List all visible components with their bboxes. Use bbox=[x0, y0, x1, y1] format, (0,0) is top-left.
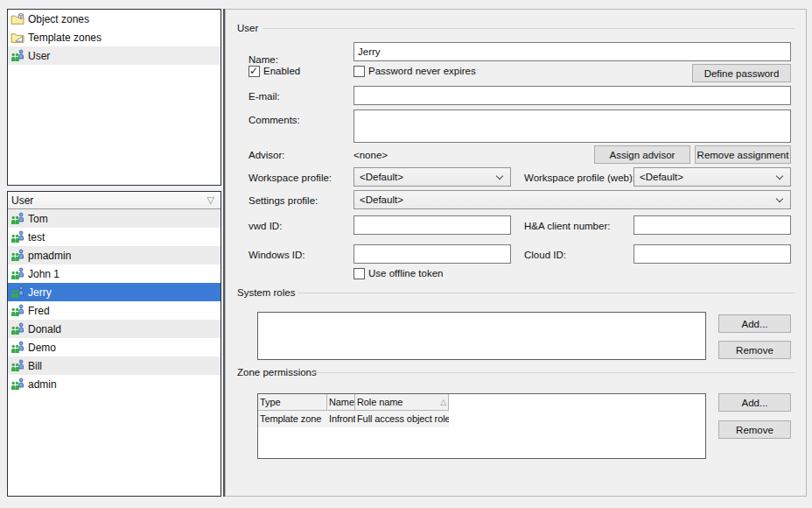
sort-desc-icon: ▽ bbox=[207, 194, 214, 206]
tree-item-label: User bbox=[28, 50, 50, 62]
users-icon bbox=[10, 49, 24, 63]
user-list-item[interactable]: Donald bbox=[8, 320, 220, 338]
user-list-item[interactable]: test bbox=[8, 228, 220, 246]
users-icon bbox=[10, 230, 24, 244]
system-roles-add-button[interactable]: Add... bbox=[718, 314, 791, 333]
user-list-item[interactable]: Demo bbox=[8, 338, 220, 356]
use-offline-token-label: Use offline token bbox=[368, 268, 443, 279]
cell-name: Infront bbox=[327, 411, 355, 427]
user-list-rows: Tom test pmadmin John 1 Jerry Fred bbox=[8, 209, 220, 393]
comments-textarea[interactable] bbox=[354, 109, 791, 143]
user-name: admin bbox=[28, 378, 57, 391]
settings-profile-label: Settings profile: bbox=[248, 195, 318, 206]
users-icon bbox=[10, 267, 24, 281]
zones-tree-panel: Object zones Template zones User bbox=[7, 9, 221, 186]
email-label: E-mail: bbox=[248, 91, 280, 102]
folder-template-icon bbox=[10, 31, 24, 45]
zone-permission-row[interactable]: Template zone Infront Full access object… bbox=[258, 411, 449, 427]
windows-id-input[interactable] bbox=[354, 244, 511, 264]
group-divider bbox=[262, 28, 795, 29]
tree-item-template-zones[interactable]: Template zones bbox=[8, 28, 220, 46]
user-name: test bbox=[28, 231, 45, 243]
cloud-id-input[interactable] bbox=[634, 244, 791, 264]
tree-item-object-zones[interactable]: Object zones bbox=[8, 10, 220, 28]
vwd-id-input[interactable] bbox=[354, 215, 511, 235]
use-offline-token-checkbox[interactable] bbox=[354, 268, 365, 279]
tree-item-label: Object zones bbox=[28, 13, 89, 25]
advisor-value: <none> bbox=[354, 150, 388, 160]
workspace-profile-value: <Default> bbox=[360, 172, 403, 182]
user-name: pmadmin bbox=[28, 250, 71, 262]
password-never-expires-checkbox[interactable] bbox=[354, 66, 365, 77]
group-title-user: User bbox=[237, 23, 258, 33]
ha-client-number-label: H&A client number: bbox=[524, 221, 610, 231]
users-icon bbox=[10, 304, 24, 318]
name-input[interactable] bbox=[354, 42, 791, 61]
user-list-item[interactable]: pmadmin bbox=[8, 246, 220, 265]
users-icon bbox=[10, 359, 24, 373]
settings-profile-value: <Default> bbox=[360, 194, 403, 205]
vwd-id-label: vwd ID: bbox=[248, 221, 282, 231]
user-list-panel: User ▽ Tom test pmadmin John 1 Jerry bbox=[7, 191, 221, 497]
settings-profile-select[interactable]: <Default> bbox=[354, 190, 791, 209]
advisor-label: Advisor: bbox=[248, 150, 285, 160]
cell-role-name: Full access object role bbox=[355, 411, 449, 427]
users-icon bbox=[10, 377, 24, 392]
group-title-zone-permissions: Zone permissions bbox=[237, 367, 317, 377]
zone-permissions-grid-header: Type Name Role name △ bbox=[258, 394, 449, 411]
zone-permissions-remove-button[interactable]: Remove bbox=[718, 420, 791, 439]
group-divider bbox=[298, 293, 795, 293]
user-name: John 1 bbox=[28, 268, 60, 280]
comments-label: Comments: bbox=[248, 115, 300, 125]
user-list-item[interactable]: Fred bbox=[8, 301, 220, 320]
folder-cube-icon bbox=[10, 12, 24, 26]
column-header-type[interactable]: Type bbox=[258, 394, 327, 411]
zone-permissions-grid: Type Name Role name △ Template zone Infr… bbox=[257, 393, 706, 459]
workspace-profile-web-label: Workspace profile (web): bbox=[524, 173, 635, 183]
users-icon bbox=[10, 212, 24, 226]
name-label: Name: bbox=[248, 54, 278, 65]
user-list-item[interactable]: admin bbox=[8, 375, 220, 393]
workspace-profile-web-select[interactable]: <Default> bbox=[634, 167, 791, 187]
ha-client-number-input[interactable] bbox=[634, 215, 791, 235]
user-detail-panel: User Name: Enabled Password never expire… bbox=[225, 9, 807, 497]
group-divider bbox=[312, 372, 795, 373]
users-icon bbox=[10, 322, 24, 336]
system-roles-remove-button[interactable]: Remove bbox=[718, 341, 791, 359]
user-name: Demo bbox=[28, 342, 56, 354]
workspace-profile-label: Workspace profile: bbox=[248, 173, 332, 183]
chevron-down-icon bbox=[776, 195, 783, 202]
sort-asc-icon: △ bbox=[440, 394, 446, 410]
tree-item-label: Template zones bbox=[28, 32, 102, 44]
user-list-item[interactable]: Tom bbox=[8, 209, 220, 228]
assign-advisor-button[interactable]: Assign advisor bbox=[594, 145, 690, 164]
chevron-down-icon bbox=[776, 173, 783, 180]
enabled-label: Enabled bbox=[263, 66, 300, 76]
remove-assignment-button[interactable]: Remove assignment bbox=[695, 145, 791, 164]
app-window: Object zones Template zones User User ▽ … bbox=[0, 0, 812, 508]
column-header-role-name[interactable]: Role name △ bbox=[355, 394, 449, 411]
users-icon bbox=[10, 249, 24, 263]
windows-id-label: Windows ID: bbox=[248, 250, 305, 260]
zone-permissions-add-button[interactable]: Add... bbox=[718, 393, 791, 412]
users-icon bbox=[10, 341, 24, 355]
workspace-profile-web-value: <Default> bbox=[640, 172, 683, 182]
define-password-button[interactable]: Define password bbox=[692, 64, 791, 82]
user-list-header[interactable]: User ▽ bbox=[8, 192, 220, 209]
user-list-header-label: User bbox=[11, 194, 33, 207]
user-list-item[interactable]: Bill bbox=[8, 356, 220, 375]
user-name: Tom bbox=[28, 213, 48, 225]
workspace-profile-select[interactable]: <Default> bbox=[354, 167, 511, 187]
email-input[interactable] bbox=[354, 86, 791, 105]
group-title-system-roles: System roles bbox=[237, 287, 295, 298]
users-icon bbox=[10, 286, 24, 300]
column-header-name[interactable]: Name bbox=[327, 394, 355, 411]
user-list-item[interactable]: John 1 bbox=[8, 265, 220, 283]
enabled-checkbox[interactable] bbox=[248, 66, 260, 77]
system-roles-listbox[interactable] bbox=[257, 312, 706, 360]
cell-type: Template zone bbox=[258, 411, 327, 427]
user-name: Jerry bbox=[28, 286, 52, 299]
tree-item-user[interactable]: User bbox=[8, 46, 220, 65]
user-list-item-selected[interactable]: Jerry bbox=[8, 283, 220, 301]
cloud-id-label: Cloud ID: bbox=[524, 250, 566, 260]
